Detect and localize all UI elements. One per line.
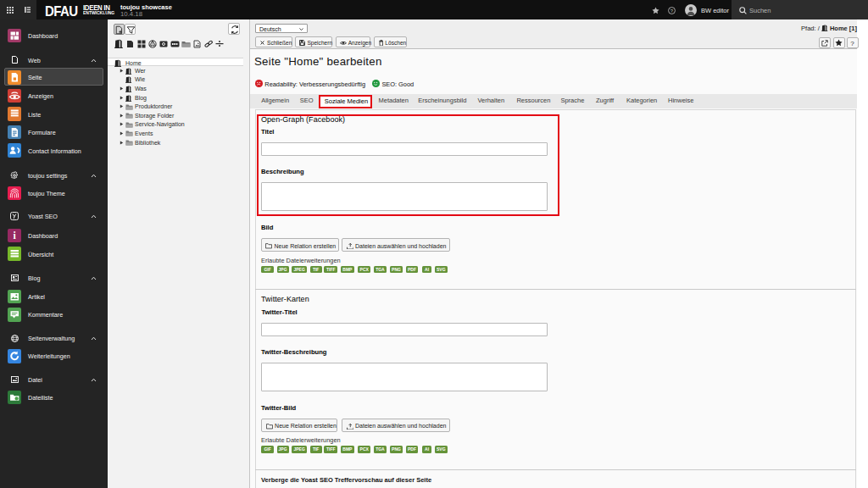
svg-text:?: ? <box>670 8 674 13</box>
svg-text:i: i <box>13 230 16 241</box>
